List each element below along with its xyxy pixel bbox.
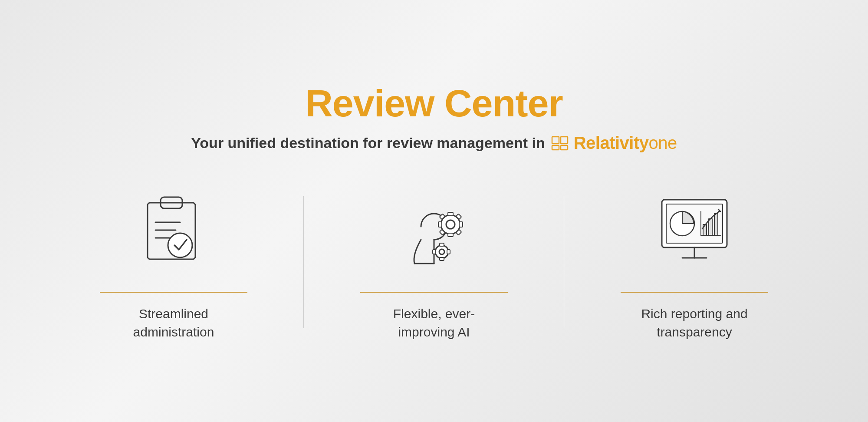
relativity-icon — [551, 133, 570, 152]
svg-point-9 — [168, 233, 192, 257]
brand-name: Relativityone — [574, 133, 677, 153]
svg-rect-2 — [552, 145, 559, 150]
feature-label-3: Rich reporting andtransparency — [641, 305, 747, 341]
person-gear-icon-container — [386, 183, 482, 279]
feature-divider-3 — [621, 292, 768, 293]
clipboard-check-icon — [130, 188, 217, 274]
monitor-chart-icon-container — [647, 183, 742, 279]
subtitle-text: Your unified destination for review mana… — [191, 135, 545, 152]
svg-rect-12 — [448, 212, 453, 216]
features-row: Streamlinedadministration — [43, 183, 825, 341]
svg-point-21 — [439, 249, 444, 254]
brand-logo: Relativityone — [551, 133, 677, 153]
feature-label-1: Streamlinedadministration — [133, 305, 214, 341]
person-gear-icon — [391, 188, 477, 274]
svg-point-11 — [446, 220, 455, 229]
feature-divider-2 — [360, 292, 508, 293]
monitor-chart-icon — [651, 188, 738, 274]
svg-rect-25 — [447, 250, 450, 254]
svg-rect-3 — [561, 145, 568, 150]
svg-rect-1 — [561, 137, 568, 144]
subtitle-row: Your unified destination for review mana… — [191, 133, 677, 153]
svg-rect-37 — [714, 214, 718, 235]
svg-rect-0 — [552, 137, 559, 144]
feature-label-2: Flexible, ever-improving AI — [393, 305, 475, 341]
feature-divider-1 — [100, 292, 247, 293]
feature-rich-reporting: Rich reporting andtransparency — [564, 183, 825, 341]
page-wrapper: Review Center Your unified destination f… — [0, 64, 868, 359]
page-title: Review Center — [305, 81, 562, 125]
svg-rect-24 — [433, 250, 436, 254]
clipboard-check-icon-container — [126, 183, 221, 279]
feature-flexible-ai: Flexible, ever-improving AI — [304, 183, 564, 341]
svg-rect-13 — [448, 233, 453, 237]
svg-rect-36 — [709, 219, 712, 235]
feature-streamlined-admin: Streamlinedadministration — [43, 183, 304, 341]
svg-rect-14 — [438, 222, 442, 227]
svg-rect-23 — [440, 257, 444, 260]
svg-rect-15 — [459, 222, 463, 227]
svg-rect-22 — [440, 243, 444, 246]
